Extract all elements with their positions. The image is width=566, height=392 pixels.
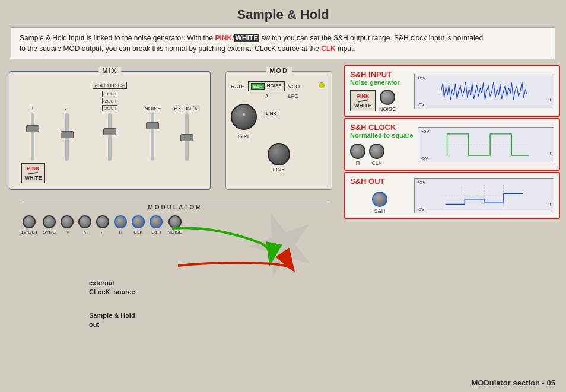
fader-track-5[interactable]: [185, 113, 189, 161]
mix-label: MIX: [98, 67, 121, 74]
sh-out-jack-group: S&H: [350, 192, 409, 214]
jack-square-port[interactable]: [114, 215, 127, 228]
jack-noise: NOISE: [167, 215, 182, 235]
fader-3-subosc: ⌐SUB OSC⌐ -1OCT-2OCT-2OCT: [84, 82, 136, 161]
mod-sh-switch[interactable]: S&H: [251, 83, 264, 90]
mod-link-label: LINK: [266, 111, 276, 116]
jack-tri-port[interactable]: [78, 215, 91, 228]
jack-clk-port[interactable]: [132, 215, 145, 228]
sh-clock-scope: +5V -5V t: [418, 127, 554, 162]
jack-saw-label: ⌐: [101, 230, 104, 235]
jacks-row: 1V/OCT SYNC ∿ ∧: [9, 213, 341, 237]
sh-clock-controls: Π CLK: [350, 144, 413, 166]
mod-switch-group: S&H NOISE ∧: [248, 81, 284, 99]
vco-label: VCO: [288, 84, 300, 90]
sh-clock-title: S&H CLOCK: [350, 123, 413, 132]
sub-osc-label: ⌐SUB OSC⌐: [93, 82, 126, 89]
jack-sync-port[interactable]: [43, 215, 56, 228]
modulator-label: MODULATOR: [21, 202, 329, 211]
synth-panel: MIX ⊥ ⌐: [6, 65, 338, 291]
sh-input-left: S&H INPUT Noise generator PINK WHITE NOI…: [350, 70, 409, 112]
jack-sh-port[interactable]: [150, 215, 163, 228]
mod-knobs-row: TYPE LINK: [231, 101, 327, 139]
mod-right-labels: VCO LFO: [288, 81, 300, 99]
sh-out-waveform: [415, 179, 554, 213]
jack-sh-label: S&H: [151, 230, 161, 235]
mod-fine-group: FINE: [231, 142, 327, 173]
fader-2-label: ⌐: [65, 106, 68, 111]
fader-track-4[interactable]: [151, 113, 154, 161]
jack-sine-port[interactable]: [61, 215, 74, 228]
footer: MODulator section - 05: [471, 378, 555, 387]
sh-square-jack-group: Π: [350, 144, 365, 166]
sh-input-subtitle: Noise generator: [350, 79, 409, 86]
fader-handle-4[interactable]: [146, 122, 159, 129]
mod-link-group: LINK: [263, 107, 279, 117]
mod-rate-label: RATE: [231, 84, 244, 90]
fader-2: ⌐: [50, 106, 84, 161]
fader-handle-1[interactable]: [26, 125, 39, 132]
mod-switch-box[interactable]: S&H NOISE: [248, 81, 284, 91]
sh-clock-waveform: [418, 128, 554, 162]
sh-out-jack-label: S&H: [374, 208, 386, 214]
sh-out-label: Sample & Holdout: [89, 311, 135, 330]
mod-noise-switch[interactable]: NOISE: [267, 83, 282, 90]
lfo-label: LFO: [288, 93, 300, 99]
mod-rate-row: RATE S&H NOISE ∧ VCO LFO: [231, 81, 327, 99]
fader-4-label: NOISE: [144, 106, 161, 111]
fader-handle-2[interactable]: [61, 131, 74, 138]
mod-link-box[interactable]: LINK: [263, 110, 279, 117]
mod-wave-symbol: ∧: [265, 93, 269, 99]
sh-clk-jack-group: CLK: [369, 144, 384, 166]
sh-square-jack-label: Π: [356, 160, 360, 166]
jack-1voct: 1V/OCT: [21, 215, 38, 235]
sh-out-jack[interactable]: [372, 192, 387, 207]
mod-type-group: TYPE: [231, 101, 257, 139]
sh-panel: S&H INPUT Noise generator PINK WHITE NOI…: [344, 65, 560, 291]
info-clk: CLK: [321, 44, 336, 53]
sh-clk-jack[interactable]: [369, 144, 384, 159]
sh-clock-subtitle: Normalled to square: [350, 132, 413, 139]
sh-noise-jack[interactable]: [380, 90, 395, 105]
jack-clk-label: CLK: [133, 230, 143, 235]
jack-sync: SYNC: [43, 215, 56, 235]
sh-pink-label: PINK: [354, 93, 371, 99]
noise-led: [319, 82, 325, 88]
fader-1-label: ⊥: [30, 106, 35, 111]
sh-out-left: S&H OUT S&H: [350, 177, 409, 214]
pink-white-switch[interactable]: PINK WHITE: [21, 163, 45, 183]
pink-white-box[interactable]: PINK WHITE: [21, 163, 45, 183]
mod-fine-knob[interactable]: [268, 143, 290, 165]
fader-track-2[interactable]: [65, 113, 69, 161]
fader-track-1[interactable]: [31, 113, 34, 161]
mod-type-label: TYPE: [237, 133, 251, 139]
fader-handle-5[interactable]: [180, 134, 193, 141]
fader-track-3[interactable]: [108, 113, 112, 161]
faders-row: ⊥ ⌐ ⌐SUB OSC⌐: [9, 72, 210, 167]
page-title: Sample & Hold: [0, 0, 566, 27]
sh-square-jack[interactable]: [350, 144, 365, 159]
jack-sync-label: SYNC: [43, 230, 56, 235]
jack-1voct-port[interactable]: [23, 215, 36, 228]
fader-handle-3[interactable]: [103, 128, 116, 135]
jack-noise-port[interactable]: [168, 215, 182, 228]
jack-noise-label: NOISE: [167, 230, 182, 235]
jack-sh: S&H: [150, 215, 163, 235]
sh-input-scope: +5V -5V t: [414, 74, 554, 109]
pink-label-mix: PINK: [24, 165, 42, 171]
modulator-row: MODULATOR 1V/OCT SYNC ∿: [9, 202, 341, 237]
jack-saw: ⌐: [96, 215, 109, 235]
jack-saw-port[interactable]: [96, 215, 109, 228]
sh-pink-white-switch[interactable]: PINK WHITE: [350, 90, 376, 111]
sh-clock-left: S&H CLOCK Normalled to square Π CLK: [350, 123, 413, 166]
switch-line: [28, 172, 38, 175]
mod-inner: RATE S&H NOISE ∧ VCO LFO: [226, 72, 332, 176]
mod-type-knob[interactable]: [231, 104, 257, 130]
jack-tri-label: ∧: [83, 230, 87, 235]
jack-sine-label: ∿: [65, 230, 69, 235]
sh-input-waveform: [415, 74, 554, 109]
white-label-mix: WHITE: [24, 175, 42, 181]
ext-clk-label: externalCLocK source: [89, 279, 135, 297]
fader-5-extin: EXT IN [∧]: [170, 106, 204, 161]
jack-tri: ∧: [78, 215, 91, 235]
